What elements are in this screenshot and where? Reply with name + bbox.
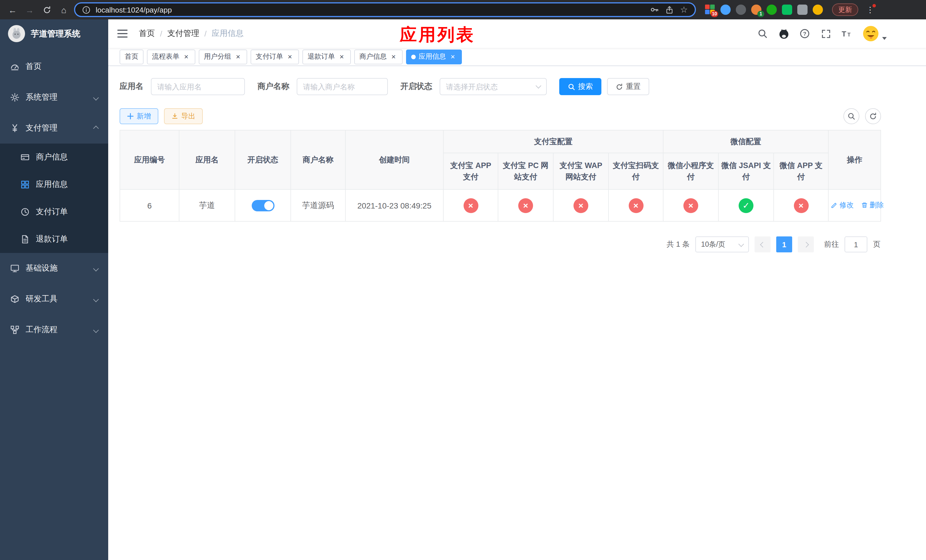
search-icon[interactable] [757, 28, 768, 39]
caret-down-icon [882, 37, 887, 40]
cell-app-id: 6 [120, 189, 179, 221]
tab-close-icon[interactable] [234, 53, 242, 61]
blue-extension-icon[interactable] [720, 5, 731, 15]
tab-user-group[interactable]: 用户分组 [199, 49, 247, 64]
row-status-toggle[interactable] [251, 200, 274, 211]
sidebar-collapse-icon[interactable] [117, 27, 130, 40]
font-size-icon[interactable]: TT [841, 28, 853, 39]
export-button[interactable]: 导出 [164, 108, 203, 124]
download-icon [171, 113, 178, 120]
tab-close-icon[interactable] [286, 53, 294, 61]
fullscreen-icon[interactable] [820, 28, 831, 39]
reset-button[interactable]: 重置 [607, 78, 649, 95]
sidebar-item-refund-orders[interactable]: 退款订单 [0, 226, 108, 253]
github-icon[interactable] [778, 28, 789, 39]
password-key-icon[interactable] [649, 5, 660, 15]
help-icon[interactable]: ? [799, 28, 810, 39]
breadcrumb-payment[interactable]: 支付管理 [168, 29, 199, 39]
prev-page-button[interactable] [755, 236, 770, 252]
back-button[interactable]: ← [6, 3, 20, 17]
tab-payment-orders[interactable]: 支付订单 [251, 49, 299, 64]
reload-icon [42, 5, 51, 14]
browser-update-button[interactable]: 更新 [832, 3, 858, 16]
chevron-down-icon [93, 95, 99, 100]
goto-page-input[interactable] [844, 236, 867, 252]
url-bar[interactable]: localhost:1024/pay/app ☆ [74, 2, 696, 17]
tab-close-icon[interactable] [390, 53, 398, 61]
status-label: 开启状态 [400, 82, 432, 92]
navbar-actions: ? TT [757, 25, 887, 42]
status-select[interactable] [440, 78, 547, 95]
sidebar-item-payment-orders[interactable]: 支付订单 [0, 198, 108, 226]
emoji-extension-icon[interactable] [813, 5, 823, 15]
page-number-1[interactable]: 1 [776, 236, 792, 252]
add-button[interactable]: 新增 [120, 108, 158, 124]
delete-link[interactable]: 删除 [861, 201, 884, 210]
sidebar-item-infrastructure[interactable]: 基础设施 [0, 253, 108, 284]
forward-button[interactable]: → [23, 3, 36, 17]
search-icon [568, 83, 575, 90]
chat-extension-icon[interactable] [782, 5, 792, 15]
wechat-app-status-icon: × [794, 198, 808, 213]
tab-close-icon[interactable] [182, 53, 190, 61]
sidebar-item-app-info[interactable]: 应用信息 [0, 171, 108, 198]
chevron-down-icon [93, 296, 99, 302]
tab-refund-orders[interactable]: 退款订单 [303, 49, 351, 64]
col-alipay-wap: 支付宝 WAP 网站支付 [553, 153, 608, 189]
refresh-icon [616, 83, 623, 90]
page-size-select[interactable]: 10条/页 [695, 236, 749, 252]
url-text[interactable]: localhost:1024/pay/app [96, 5, 645, 14]
sidebar-item-dev-tools[interactable]: 研发工具 [0, 284, 108, 315]
sidebar-item-merchant-info[interactable]: 商户信息 [0, 144, 108, 171]
tab-process-form[interactable]: 流程表单 [147, 49, 195, 64]
breadcrumb: 首页 / 支付管理 / 应用信息 [139, 29, 244, 39]
tab-close-icon[interactable] [338, 53, 346, 61]
sidebar-item-workflow[interactable]: 工作流程 [0, 315, 108, 345]
clock-icon [21, 207, 30, 216]
home-button[interactable]: ⌂ [57, 3, 71, 17]
workflow-icon [10, 325, 20, 334]
tab-bar: 首页 流程表单 用户分组 支付订单 退款订单 [108, 48, 926, 66]
sidebar-item-payment[interactable]: 支付管理 [0, 113, 108, 144]
page-content: 应用名 商户名称 开启状态 搜索 重置 [108, 66, 926, 560]
next-page-button[interactable] [798, 236, 814, 252]
dark-extension-icon[interactable] [736, 5, 746, 15]
search-button[interactable]: 搜索 [559, 78, 601, 95]
chevron-down-icon [738, 241, 744, 247]
user-avatar[interactable] [862, 25, 887, 42]
cell-merchant: 芋道源码 [291, 189, 345, 221]
puzzle-icon[interactable] [797, 5, 808, 15]
tab-app-info[interactable]: 应用信息 [406, 49, 462, 64]
alipay-app-status-icon: × [463, 198, 478, 213]
tab-home[interactable]: 首页 [120, 49, 144, 64]
browser-menu-icon[interactable]: ⋮ [865, 5, 875, 14]
col-app-id: 应用编号 [120, 130, 179, 189]
tab-merchant-info[interactable]: 商户信息 [354, 49, 402, 64]
green-circle-extension-icon[interactable] [767, 5, 777, 15]
merchant-name-input[interactable] [297, 78, 388, 95]
app-name-input[interactable] [151, 78, 245, 95]
sidebar-item-system[interactable]: 系统管理 [0, 82, 108, 113]
col-merchant: 商户名称 [291, 130, 345, 189]
reload-button[interactable] [40, 3, 53, 17]
share-icon[interactable] [664, 5, 674, 15]
cell-app-name: 芋道 [179, 189, 235, 221]
refresh-table-button[interactable] [865, 108, 881, 124]
col-alipay-app: 支付宝 APP 支付 [443, 153, 498, 189]
extensions-grid-icon[interactable]: 10 [705, 5, 715, 15]
tab-close-icon[interactable] [449, 53, 457, 61]
toggle-search-button[interactable] [843, 108, 859, 124]
app-title: 芋道管理系统 [31, 28, 80, 39]
profile-extension-icon[interactable]: 1 [751, 5, 761, 15]
breadcrumb-current: 应用信息 [212, 29, 244, 39]
payment-submenu: 商户信息 应用信息 支付订单 退款订单 [0, 144, 108, 253]
group-alipay-config: 支付宝配置 [443, 130, 663, 153]
bookmark-star-icon[interactable]: ☆ [679, 5, 689, 15]
site-info-icon[interactable] [81, 5, 91, 15]
col-wechat-mini: 微信小程序支付 [663, 153, 719, 189]
breadcrumb-home[interactable]: 首页 [139, 29, 155, 39]
edit-link[interactable]: 修改 [831, 201, 854, 210]
sidebar-item-home[interactable]: 首页 [0, 51, 108, 82]
box-icon [10, 295, 20, 304]
plus-icon [127, 113, 134, 120]
